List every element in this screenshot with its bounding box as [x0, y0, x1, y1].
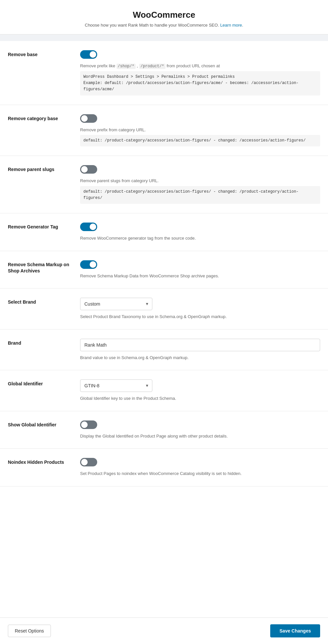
page-wrapper: WooCommerce Choose how you want Rank Mat… [0, 0, 328, 644]
setting-select-brand: Select Brand Custom Brand Product Brand … [0, 289, 328, 330]
setting-remove-generator-tag: Remove Generator Tag Remove WooCommerce … [0, 213, 328, 251]
setting-label-remove-parent-slugs: Remove parent slugs [8, 165, 74, 173]
setting-control-show-global-identifier: Display the Global Identified on Product… [74, 420, 320, 440]
code-block-remove-parent-slugs: default: /product-category/accessories/a… [80, 186, 320, 204]
page-header: WooCommerce Choose how you want Rank Mat… [0, 0, 328, 34]
description-noindex-hidden-products: Set Product Pages to noindex when WooCom… [80, 470, 320, 477]
description-remove-base: Remove prefix like /shop/* , /product/* … [80, 63, 320, 96]
setting-label-show-global-identifier: Show Global Identifier [8, 420, 74, 428]
page-description: Choose how you want Rank Math to handle … [7, 23, 321, 28]
setting-control-remove-category-base: Remove prefix from category URL. default… [74, 114, 320, 147]
toggle-remove-generator-tag[interactable] [80, 223, 97, 231]
description-brand: Brand value to use in Schema.org & OpenG… [80, 354, 320, 361]
setting-control-remove-generator-tag: Remove WooCommerce generator tag from th… [74, 223, 320, 242]
setting-control-global-identifier: GTIN-8 GTIN-12 GTIN-13 GTIN-14 ISBN MPN … [74, 379, 320, 402]
description-remove-schema-markup: Remove Schema Markup Data from WooCommer… [80, 273, 320, 279]
select-global-identifier-dropdown[interactable]: GTIN-8 GTIN-12 GTIN-13 GTIN-14 ISBN MPN [80, 379, 152, 392]
page-title: WooCommerce [7, 10, 321, 20]
setting-control-remove-base: Remove prefix like /shop/* , /product/* … [74, 50, 320, 96]
toggle-remove-category-base[interactable] [80, 114, 97, 123]
toggle-remove-parent-slugs[interactable] [80, 165, 97, 174]
setting-remove-schema-markup: Remove Schema Markup on Shop Archives Re… [0, 251, 328, 289]
setting-remove-parent-slugs: Remove parent slugs Remove parent slugs … [0, 156, 328, 213]
description-remove-category-base: Remove prefix from category URL. default… [80, 127, 320, 147]
setting-show-global-identifier: Show Global Identifier Display the Globa… [0, 411, 328, 449]
select-brand-dropdown[interactable]: Custom Brand Product Brand [80, 298, 152, 310]
setting-global-identifier: Global Identifier GTIN-8 GTIN-12 GTIN-13… [0, 370, 328, 411]
setting-label-remove-generator-tag: Remove Generator Tag [8, 223, 74, 230]
setting-brand: Brand Brand value to use in Schema.org &… [0, 330, 328, 371]
settings-content: Remove base Remove prefix like /shop/* ,… [0, 41, 328, 617]
setting-label-remove-category-base: Remove category base [8, 114, 74, 122]
description-remove-parent-slugs: Remove parent slugs from category URL. d… [80, 178, 320, 204]
code-block-remove-category-base: default: /product-category/accessories/a… [80, 135, 320, 146]
brand-text-input[interactable] [80, 339, 320, 351]
setting-control-brand: Brand value to use in Schema.org & OpenG… [74, 339, 320, 361]
code-product: /product/* [139, 64, 165, 69]
toggle-remove-schema-markup[interactable] [80, 260, 97, 269]
setting-label-remove-schema-markup: Remove Schema Markup on Shop Archives [8, 260, 74, 274]
setting-control-noindex-hidden-products: Set Product Pages to noindex when WooCom… [74, 458, 320, 477]
reset-options-button[interactable]: Reset Options [8, 625, 51, 637]
setting-remove-base: Remove base Remove prefix like /shop/* ,… [0, 41, 328, 105]
setting-label-brand: Brand [8, 339, 74, 347]
toggle-wrapper-remove-base [80, 50, 97, 59]
code-block-remove-base: WordPress Dashboard > Settings > Permali… [80, 71, 320, 96]
description-global-identifier: Global Identifier key to use in the Prod… [80, 395, 320, 402]
save-changes-button[interactable]: Save Changes [270, 624, 320, 637]
toggle-remove-base[interactable] [80, 50, 97, 59]
toggle-wrapper-remove-schema-markup [80, 260, 97, 269]
toggle-wrapper-remove-parent-slugs [80, 165, 97, 174]
setting-label-remove-base: Remove base [8, 50, 74, 58]
footer-bar: Reset Options Save Changes [0, 617, 328, 644]
setting-control-remove-schema-markup: Remove Schema Markup Data from WooCommer… [74, 260, 320, 279]
description-select-brand: Select Product Brand Taxonomy to use in … [80, 313, 320, 320]
description-remove-generator-tag: Remove WooCommerce generator tag from th… [80, 235, 320, 242]
toggle-wrapper-remove-generator-tag [80, 223, 97, 231]
toggle-wrapper-remove-category-base [80, 114, 97, 123]
toggle-show-global-identifier[interactable] [80, 420, 97, 429]
setting-remove-category-base: Remove category base Remove prefix from … [0, 105, 328, 156]
setting-control-select-brand: Custom Brand Product Brand ▼ Select Prod… [74, 298, 320, 320]
code-shop: /shop/* [117, 64, 136, 69]
setting-label-select-brand: Select Brand [8, 298, 74, 306]
setting-noindex-hidden-products: Noindex Hidden Products Set Product Page… [0, 449, 328, 486]
learn-more-link[interactable]: Learn more [220, 23, 242, 28]
setting-control-remove-parent-slugs: Remove parent slugs from category URL. d… [74, 165, 320, 204]
toggle-noindex-hidden-products[interactable] [80, 458, 97, 466]
toggle-wrapper-noindex-hidden-products [80, 458, 97, 466]
setting-label-noindex-hidden-products: Noindex Hidden Products [8, 458, 74, 466]
select-brand-wrapper: Custom Brand Product Brand ▼ [80, 298, 152, 310]
description-text: Choose how you want Rank Math to handle … [85, 23, 219, 28]
toggle-wrapper-show-global-identifier [80, 420, 97, 429]
setting-label-global-identifier: Global Identifier [8, 379, 74, 387]
select-global-identifier-wrapper: GTIN-8 GTIN-12 GTIN-13 GTIN-14 ISBN MPN … [80, 379, 152, 392]
description-show-global-identifier: Display the Global Identified on Product… [80, 433, 320, 440]
